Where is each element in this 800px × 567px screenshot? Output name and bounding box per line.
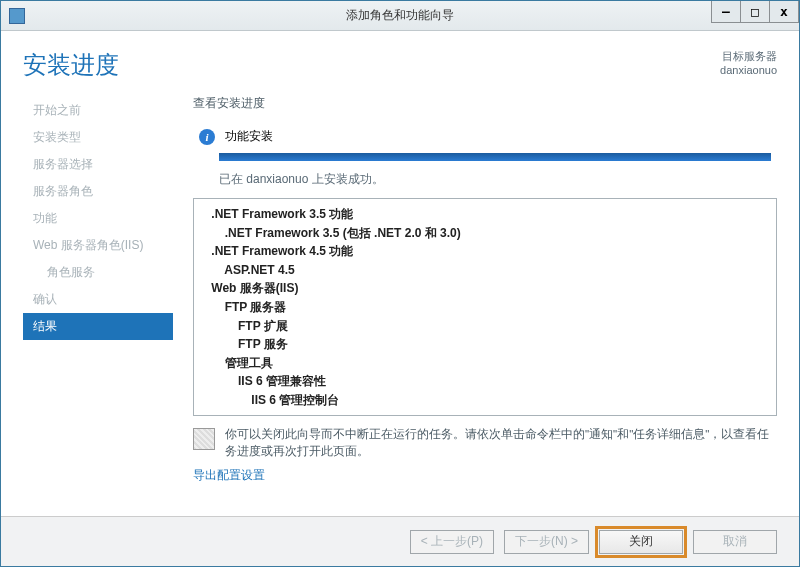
step-results: 结果 xyxy=(23,313,173,340)
installed-features-list[interactable]: .NET Framework 3.5 功能 .NET Framework 3.5… xyxy=(193,198,777,416)
close-button[interactable]: 关闭 xyxy=(599,530,683,554)
export-config-link[interactable]: 导出配置设置 xyxy=(193,467,777,484)
close-window-button[interactable]: x xyxy=(769,1,799,23)
feature-item: FTP 服务 xyxy=(198,335,772,354)
feature-item: 管理工具 xyxy=(198,354,772,373)
step-server-select: 服务器选择 xyxy=(23,151,173,178)
feature-item: IIS 6 管理兼容性 xyxy=(198,372,772,391)
page-title: 安装进度 xyxy=(23,49,119,81)
info-icon: i xyxy=(199,129,215,145)
window-title: 添加角色和功能向导 xyxy=(346,7,454,24)
step-before: 开始之前 xyxy=(23,97,173,124)
target-label: 目标服务器 xyxy=(720,49,777,64)
wizard-window: 添加角色和功能向导 — □ x 安装进度 目标服务器 danxiaonuo 开始… xyxy=(0,0,800,567)
feature-item: .NET Framework 3.5 (包括 .NET 2.0 和 3.0) xyxy=(198,224,772,243)
app-icon xyxy=(9,8,25,24)
close-note-text: 你可以关闭此向导而不中断正在运行的任务。请依次单击命令栏中的"通知"和"任务详细… xyxy=(225,426,777,461)
main-panel: 查看安装进度 i 功能安装 已在 danxiaonuo 上安装成功。 .NET … xyxy=(193,95,777,516)
feature-item: .NET Framework 4.5 功能 xyxy=(198,242,772,261)
feature-item: ASP.NET 4.5 xyxy=(198,261,772,280)
section-label: 查看安装进度 xyxy=(193,95,777,112)
cancel-button: 取消 xyxy=(693,530,777,554)
step-role-services: 角色服务 xyxy=(23,259,173,286)
button-bar: < 上一步(P) 下一步(N) > 关闭 取消 xyxy=(1,516,799,566)
flag-icon xyxy=(193,428,215,450)
progress-bar xyxy=(219,153,771,161)
step-server-roles: 服务器角色 xyxy=(23,178,173,205)
feature-item: FTP 扩展 xyxy=(198,317,772,336)
feature-item: .NET Framework 3.5 功能 xyxy=(198,205,772,224)
feature-item: FTP 服务器 xyxy=(198,298,772,317)
maximize-button[interactable]: □ xyxy=(740,1,770,23)
step-iis-role: Web 服务器角色(IIS) xyxy=(23,232,173,259)
target-server-box: 目标服务器 danxiaonuo xyxy=(720,49,777,76)
step-confirm: 确认 xyxy=(23,286,173,313)
target-name: danxiaonuo xyxy=(720,64,777,76)
step-install-type: 安装类型 xyxy=(23,124,173,151)
next-button: 下一步(N) > xyxy=(504,530,589,554)
step-features: 功能 xyxy=(23,205,173,232)
wizard-steps-sidebar: 开始之前 安装类型 服务器选择 服务器角色 功能 Web 服务器角色(IIS) … xyxy=(23,95,173,516)
minimize-button[interactable]: — xyxy=(711,1,741,23)
status-text: 功能安装 xyxy=(225,128,273,145)
feature-item: Web 服务器(IIS) xyxy=(198,279,772,298)
previous-button: < 上一步(P) xyxy=(410,530,494,554)
feature-item: IIS 6 管理控制台 xyxy=(198,391,772,410)
success-message: 已在 danxiaonuo 上安装成功。 xyxy=(193,171,777,188)
titlebar: 添加角色和功能向导 — □ x xyxy=(1,1,799,31)
